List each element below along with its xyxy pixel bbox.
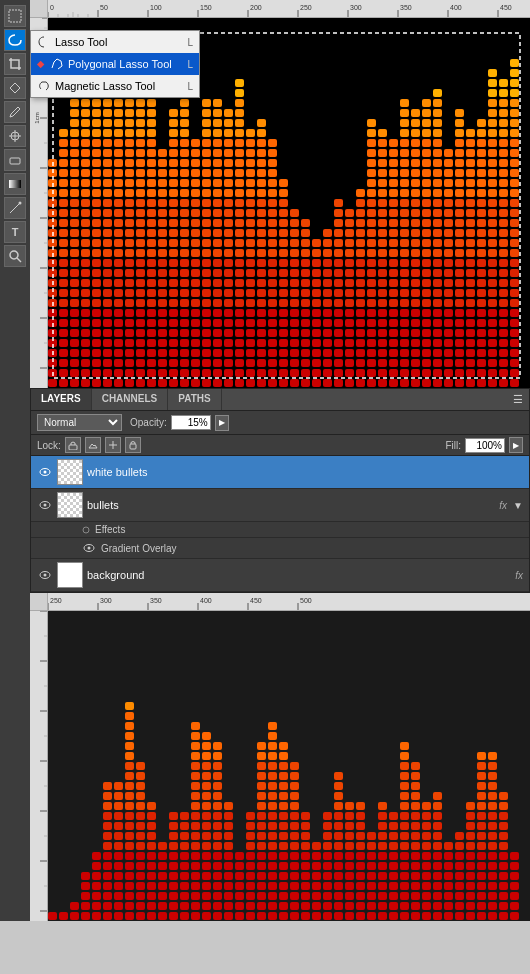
svg-point-65 (88, 547, 91, 550)
layer-expand-bullets[interactable]: ▼ (513, 500, 523, 511)
page-wrapper: T Lasso Tool L ◆ Polygonal Lasso Tool L (0, 0, 530, 921)
layer-fx-background: fx (515, 570, 523, 581)
lasso-tool-label: Lasso Tool (55, 36, 107, 48)
ruler-svg-top: 0 50 100 150 200 250 300 (48, 0, 530, 18)
opacity-arrow[interactable]: ▶ (215, 415, 229, 431)
svg-rect-81 (30, 611, 48, 921)
ruler-vertical-svg-bottom (30, 611, 48, 921)
ruler-horizontal-top: 0 50 100 150 200 250 300 (48, 0, 530, 18)
tool-marquee[interactable] (4, 5, 26, 27)
layer-name-bullets: bullets (87, 499, 495, 511)
effects-icon (81, 525, 91, 535)
layers-tabs: LAYERS CHANNELS PATHS ☰ (31, 389, 529, 411)
tool-clone[interactable] (4, 125, 26, 147)
svg-rect-68 (48, 593, 530, 611)
polygonal-lasso-icon (50, 57, 64, 71)
svg-text:50: 50 (100, 4, 108, 11)
layer-row-white-bullets[interactable]: white bullets (31, 456, 529, 489)
svg-text:250: 250 (50, 597, 62, 604)
ruler-row-bottom: 250 300 350 400 450 500 (30, 593, 530, 611)
polygonal-lasso-label: Polygonal Lasso Tool (68, 58, 172, 70)
svg-point-63 (83, 527, 89, 533)
tab-layers[interactable]: LAYERS (31, 389, 92, 410)
opacity-label: Opacity: (130, 417, 167, 428)
svg-text:300: 300 (350, 4, 362, 11)
opacity-input[interactable] (171, 415, 211, 430)
svg-line-8 (17, 258, 21, 262)
svg-text:0: 0 (50, 4, 54, 11)
canvas-bottom-row (30, 611, 530, 921)
svg-text:1cm: 1cm (34, 112, 40, 123)
layer-thumb-bullets (57, 492, 83, 518)
svg-rect-4 (10, 158, 20, 164)
magnetic-lasso-label: Magnetic Lasso Tool (55, 80, 155, 92)
toolbar: T (0, 0, 30, 921)
layer-eye-white-bullets[interactable] (37, 464, 53, 480)
tool-text[interactable]: T (4, 221, 26, 243)
svg-text:300: 300 (100, 597, 112, 604)
tool-lasso[interactable] (4, 29, 26, 51)
tab-channels[interactable]: CHANNELS (92, 389, 169, 410)
layer-thumb-background (57, 562, 83, 588)
layers-panel: LAYERS CHANNELS PATHS ☰ Normal Multiply … (30, 388, 530, 593)
blend-mode-select[interactable]: Normal Multiply Screen Overlay (37, 414, 122, 431)
lock-label: Lock: (37, 440, 61, 451)
tool-crop[interactable] (4, 53, 26, 75)
svg-text:350: 350 (150, 597, 162, 604)
tool-healing[interactable] (4, 77, 26, 99)
svg-rect-5 (9, 180, 21, 188)
ruler-corner-bottom (30, 593, 48, 611)
magnetic-lasso-icon (37, 79, 51, 93)
fill-label: Fill: (445, 440, 461, 451)
polygonal-lasso-tool-option[interactable]: ◆ Polygonal Lasso Tool L (31, 53, 199, 75)
lasso-context-menu: Lasso Tool L ◆ Polygonal Lasso Tool L Ma… (30, 30, 200, 98)
tab-paths[interactable]: PATHS (168, 389, 221, 410)
tool-pen[interactable] (4, 197, 26, 219)
lock-image-icon[interactable] (85, 437, 101, 453)
svg-text:400: 400 (450, 4, 462, 11)
selected-indicator: ◆ (37, 59, 44, 69)
svg-text:100: 100 (150, 4, 162, 11)
svg-rect-55 (69, 445, 77, 450)
gradient-overlay-label: Gradient Overlay (101, 543, 177, 554)
tool-gradient[interactable] (4, 173, 26, 195)
svg-rect-58 (130, 444, 136, 449)
layer-row-bullets[interactable]: bullets fx ▼ (31, 489, 529, 522)
svg-point-67 (44, 574, 47, 577)
ruler-row-top: 0 50 100 150 200 250 300 (30, 0, 530, 18)
fill-arrow[interactable]: ▶ (509, 437, 523, 453)
layers-lock-row: Lock: Fill: ▶ (31, 435, 529, 456)
svg-rect-0 (9, 10, 21, 22)
lock-position-icon[interactable] (105, 437, 121, 453)
eq-canvas-bottom[interactable] (48, 611, 530, 921)
ruler-corner-top (30, 0, 48, 18)
lasso-tool-shortcut: L (187, 37, 193, 48)
magnetic-lasso-tool-option[interactable]: Magnetic Lasso Tool L (31, 75, 199, 97)
svg-point-6 (19, 202, 22, 205)
layer-row-background[interactable]: background fx (31, 559, 529, 592)
layers-blend-row: Normal Multiply Screen Overlay Opacity: … (31, 411, 529, 435)
tool-brush[interactable] (4, 101, 26, 123)
polygonal-lasso-shortcut: L (187, 59, 193, 70)
lasso-tool-option[interactable]: Lasso Tool L (31, 31, 199, 53)
gradient-overlay-eye[interactable] (81, 540, 97, 556)
effects-label: Effects (95, 524, 125, 535)
svg-text:450: 450 (250, 597, 262, 604)
lock-transparency-icon[interactable] (65, 437, 81, 453)
fill-input[interactable] (465, 438, 505, 453)
lock-all-icon[interactable] (125, 437, 141, 453)
effects-group: Effects (31, 522, 529, 538)
svg-text:200: 200 (250, 4, 262, 11)
tool-zoom[interactable] (4, 245, 26, 267)
svg-text:500: 500 (300, 597, 312, 604)
tool-eraser[interactable] (4, 149, 26, 171)
layers-options-icon[interactable]: ☰ (507, 389, 529, 410)
layer-name-white-bullets: white bullets (87, 466, 523, 478)
svg-point-62 (44, 504, 47, 507)
layer-eye-bullets[interactable] (37, 497, 53, 513)
svg-text:450: 450 (500, 4, 512, 11)
lasso-icon (37, 35, 51, 49)
gradient-overlay-sub[interactable]: Gradient Overlay (31, 538, 529, 559)
svg-text:400: 400 (200, 597, 212, 604)
layer-eye-background[interactable] (37, 567, 53, 583)
